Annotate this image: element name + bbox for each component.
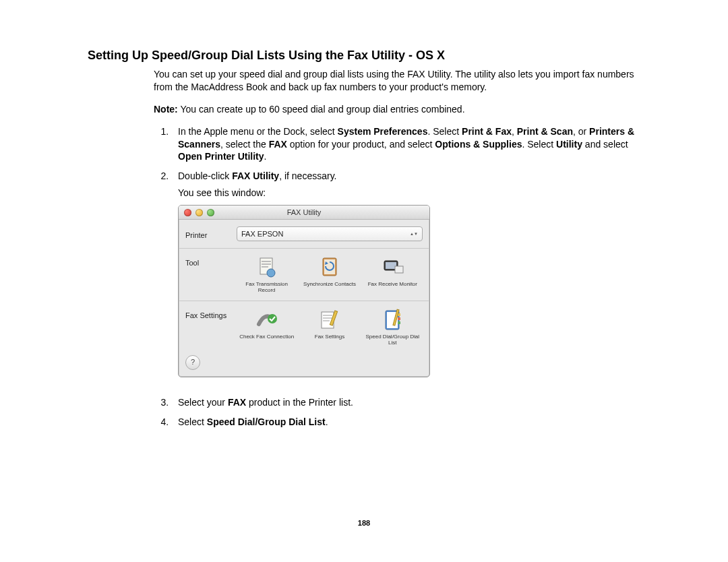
svg-rect-10 <box>395 266 403 273</box>
step-2-sub: You see this window: <box>178 187 640 199</box>
cable-check-icon <box>253 308 280 332</box>
svg-rect-15 <box>323 320 330 321</box>
fax-utility-window: FAX Utility Printer FAX EPSON ▲▼ Tool <box>178 205 430 377</box>
synchronize-contacts-button[interactable]: Synchronize Contacts <box>300 255 359 293</box>
printer-value: FAX EPSON <box>241 229 283 239</box>
step-1: In the Apple menu or the Dock, select Sy… <box>171 125 640 164</box>
page-heading: Setting Up Speed/Group Dial Lists Using … <box>88 49 640 63</box>
intro-paragraph: You can set up your speed dial and group… <box>154 68 640 94</box>
paper-pencil-icon <box>316 308 343 332</box>
select-arrows-icon: ▲▼ <box>410 232 418 236</box>
window-titlebar: FAX Utility <box>179 206 429 220</box>
svg-rect-14 <box>323 317 332 319</box>
check-fax-connection-button[interactable]: Check Fax Connection <box>237 308 297 346</box>
svg-rect-2 <box>262 263 271 265</box>
printer-label: Printer <box>185 228 237 241</box>
note-paragraph: Note: You can create up to 60 speed dial… <box>154 103 640 116</box>
fax-settings-button[interactable]: Fax Settings <box>300 308 359 346</box>
svg-rect-21 <box>398 321 400 324</box>
help-button[interactable]: ? <box>185 355 200 370</box>
svg-rect-20 <box>398 317 400 320</box>
step-4: Select Speed Dial/Group Dial List. <box>171 416 640 429</box>
document-icon <box>253 255 280 280</box>
svg-rect-13 <box>323 315 332 316</box>
fax-transmission-record-button[interactable]: Fax Transmission Record <box>237 255 297 293</box>
tool-section-label: Tool <box>185 255 237 268</box>
speed-dial-group-dial-list-button[interactable]: Speed Dial/Group Dial List <box>363 308 422 346</box>
step-2: Double-click FAX Utility, if necessary. … <box>171 170 640 377</box>
svg-point-11 <box>268 314 277 323</box>
svg-point-4 <box>267 269 275 277</box>
page-number: 188 <box>0 519 728 527</box>
fax-settings-section-label: Fax Settings <box>185 308 237 321</box>
monitor-icon <box>379 255 406 280</box>
fax-receive-monitor-button[interactable]: Fax Receive Monitor <box>363 255 422 293</box>
address-book-icon <box>379 308 406 332</box>
note-text: You can create up to 60 speed dial and g… <box>178 104 465 115</box>
window-title: FAX Utility <box>179 208 429 218</box>
printer-select[interactable]: FAX EPSON ▲▼ <box>237 226 423 241</box>
svg-rect-1 <box>262 261 271 262</box>
svg-rect-3 <box>262 266 268 268</box>
note-label: Note: <box>154 104 178 115</box>
step-3: Select your FAX product in the Printer l… <box>171 396 640 409</box>
book-sync-icon <box>316 255 343 280</box>
